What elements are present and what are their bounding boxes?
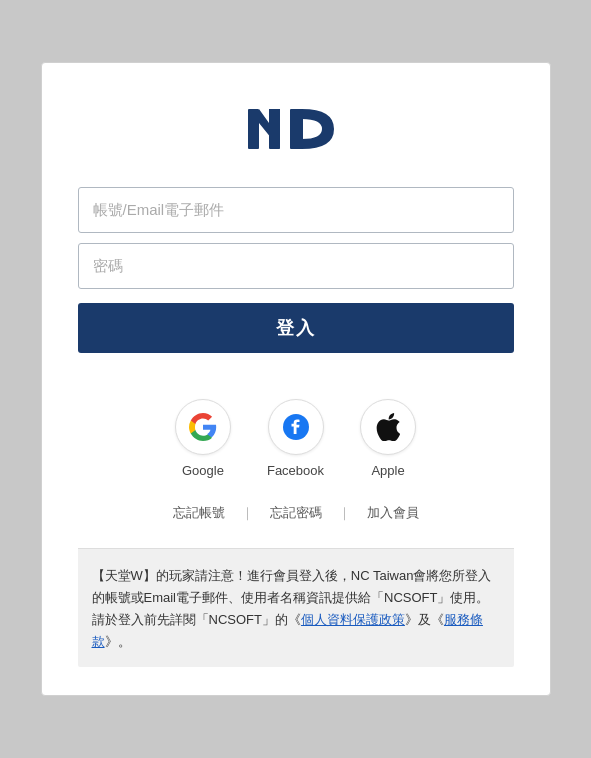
facebook-circle — [268, 399, 324, 455]
login-button[interactable]: 登入 — [78, 303, 514, 353]
google-icon — [189, 413, 217, 441]
apple-icon — [376, 413, 400, 441]
social-section: Google Facebook Apple — [175, 399, 416, 478]
apple-circle — [360, 399, 416, 455]
notice-text: 【天堂W】的玩家請注意！進行會員登入後，NC Taiwan會將您所登入的帳號或E… — [92, 568, 492, 649]
google-label: Google — [182, 463, 224, 478]
password-input[interactable] — [78, 243, 514, 289]
facebook-icon — [282, 413, 310, 441]
divider-2: ｜ — [338, 504, 351, 522]
links-section: 忘記帳號 ｜ 忘記密碼 ｜ 加入會員 — [157, 504, 435, 522]
divider-1: ｜ — [241, 504, 254, 522]
svg-rect-2 — [269, 109, 280, 149]
form-section: 登入 — [78, 187, 514, 353]
svg-rect-0 — [248, 109, 259, 149]
forgot-password-link[interactable]: 忘記密碼 — [254, 504, 338, 522]
login-card: 登入 Google Facebook — [41, 62, 551, 696]
svg-rect-3 — [290, 109, 303, 149]
google-login-item[interactable]: Google — [175, 399, 231, 478]
apple-login-item[interactable]: Apple — [360, 399, 416, 478]
username-input[interactable] — [78, 187, 514, 233]
logo-area — [246, 103, 346, 155]
notice-section: 【天堂W】的玩家請注意！進行會員登入後，NC Taiwan會將您所登入的帳號或E… — [78, 548, 514, 667]
google-circle — [175, 399, 231, 455]
privacy-policy-link[interactable]: 個人資料保護政策 — [301, 612, 405, 627]
facebook-login-item[interactable]: Facebook — [267, 399, 324, 478]
facebook-label: Facebook — [267, 463, 324, 478]
apple-label: Apple — [371, 463, 404, 478]
join-link[interactable]: 加入會員 — [351, 504, 435, 522]
forgot-account-link[interactable]: 忘記帳號 — [157, 504, 241, 522]
nc-logo — [246, 103, 346, 155]
